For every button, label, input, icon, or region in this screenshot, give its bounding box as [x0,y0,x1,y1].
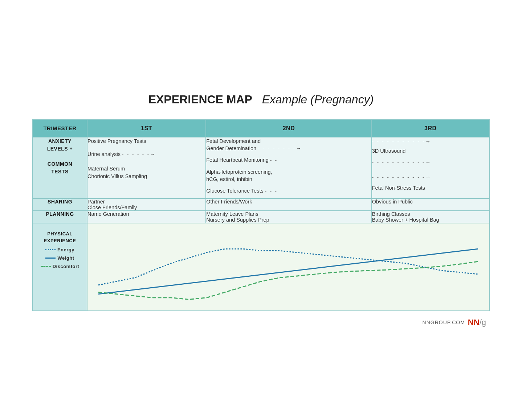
title-italic: Example (Pregnancy) [262,93,374,106]
test-item: Alpha-fetoprotein screening,hCG, estirol… [206,168,371,183]
test-item: Glucose Tolerance Tests - - - [206,187,371,194]
experience-table: TRIMESTER 1ST 2ND 3RD ANXIETY LEVELS + C… [32,119,490,312]
anxiety-col2: Fetal Development andGender Detemination… [206,137,371,199]
footer: NNGROUP.COM NN/g [32,318,490,327]
anxiety-label: ANXIETY LEVELS + COMMON TESTS [33,137,87,199]
col3-header: 3RD [372,120,489,137]
test-item: Fetal Heartbeat Monitoring - - [206,156,371,164]
test-item: Fetal Development andGender Detemination… [206,137,371,152]
energy-legend: Energy [36,247,84,252]
physical-label: PHYSICALEXPERIENCE Energy Weight Di [33,223,87,311]
anxiety-row: ANXIETY LEVELS + COMMON TESTS Positive P… [33,137,489,199]
physical-row: PHYSICALEXPERIENCE Energy Weight Di [33,223,489,311]
sharing-col3: Obvious in Public [372,198,489,211]
planning-col1: Name Generation [87,211,206,223]
planning-row: PLANNING Name Generation Maternity Leave… [33,211,489,223]
planning-label: PLANNING [33,211,87,223]
footer-logo: NN/g [468,318,486,327]
energy-polyline [98,249,478,285]
anxiety-col3: - - - - - - - - - - -→ 3D Ultrasound - -… [372,137,489,199]
energy-line-icon [45,249,56,250]
trimester-header: TRIMESTER [33,120,87,137]
sharing-label: SHARING [33,198,87,211]
weight-line [98,249,478,295]
title-bold: EXPERIENCE MAP [148,93,252,106]
col1-header: 1ST [87,120,206,137]
anxiety-col1: Positive Pregnancy Tests Urine analysis … [87,137,206,199]
weight-line-icon [45,258,56,259]
test-item: Urine analysis - - - - - -→ [87,151,205,158]
footer-site: NNGROUP.COM [423,320,465,325]
sharing-col2: Other Friends/Work [206,198,371,211]
discomfort-legend: Discomfort [36,264,84,269]
planning-col2: Maternity Leave Plans Nursery and Suppli… [206,211,371,223]
sharing-row: SHARING Partner Close Friends/Family Oth… [33,198,489,211]
weight-legend: Weight [36,255,84,261]
test-item: Positive Pregnancy Tests [87,137,205,145]
test-item: 3D Ultrasound [372,147,489,155]
test-item: Maternal SerumChorionic Villus Sampling [87,165,205,180]
col2-header: 2ND [206,120,371,137]
page-wrapper: EXPERIENCE MAP Example (Pregnancy) TRIME… [25,78,497,342]
planning-col3: Birthing Classes Baby Shower + Hospital … [372,211,489,223]
physical-chart-cell [87,223,489,311]
discomfort-polyline [98,262,478,300]
test-item: Fetal Non-Stress Tests [372,184,489,192]
chart-svg [98,231,478,303]
discomfort-line-icon [41,266,51,267]
page-title: EXPERIENCE MAP Example (Pregnancy) [32,93,490,106]
sharing-col1: Partner Close Friends/Family [87,198,206,211]
header-row: TRIMESTER 1ST 2ND 3RD [33,120,489,137]
physical-chart [95,227,482,307]
